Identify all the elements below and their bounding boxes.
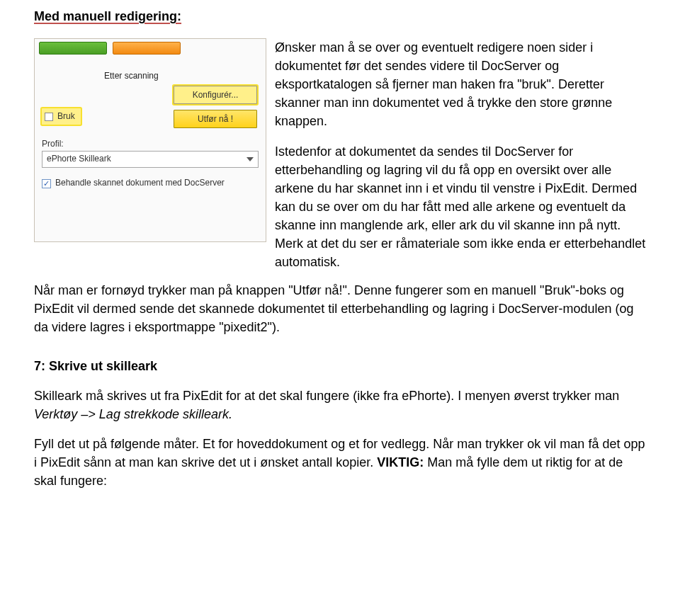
text-column: Ønsker man å se over og eventuelt redige… [275,38,646,271]
use-checkbox-label: Bruk [57,110,75,122]
heading-section-7: 7: Skrive ut skilleark [34,357,646,375]
paragraph-4-lead: Skilleark må skrives ut fra PixEdit for … [34,389,619,403]
use-checkbox[interactable] [45,113,53,121]
profile-label: Profil: [42,138,64,150]
use-checkbox-group[interactable]: Bruk [42,108,81,125]
chevron-down-icon [246,157,254,161]
docserver-checkbox-group[interactable]: ✓ Behandle skannet dokument med DocServe… [42,178,239,188]
paragraph-1: Ønsker man å se over og eventuelt redige… [275,38,646,130]
check-icon: ✓ [43,178,50,190]
paragraph-4: Skilleark må skrives ut fra PixEdit for … [34,387,646,423]
label-after-scanning: Etter scanning [104,70,159,82]
profile-select[interactable]: ePhorte Skilleark [42,151,259,168]
heading-manual-edit: Med manuell redigering: [34,7,646,25]
paragraph-2: Istedenfor at dokumentet da sendes til D… [275,142,646,272]
pixedit-panel: Etter scanning Konfigurér... Utfør nå ! … [34,38,266,242]
execute-now-button[interactable]: Utfør nå ! [174,110,257,128]
important-label: VIKTIG: [377,455,424,469]
paragraph-3: Når man er fornøyd trykker man på knappe… [34,281,646,336]
configure-button[interactable]: Konfigurér... [174,86,257,104]
profile-select-value: ePhorte Skilleark [47,153,111,165]
menu-path-text: Verktøy –> Lag strekkode skilleark. [34,407,232,421]
paragraph-5: Fyll det ut på følgende måter. Et for ho… [34,435,646,490]
scan-button[interactable] [39,42,107,55]
toolbar-top [35,42,266,60]
orange-button[interactable] [113,42,181,55]
docserver-checkbox-label: Behandle skannet dokument med DocServer [55,178,239,188]
docserver-checkbox[interactable]: ✓ [42,179,51,188]
screenshot-column: Etter scanning Konfigurér... Utfør nå ! … [34,38,266,271]
content-row: Etter scanning Konfigurér... Utfør nå ! … [34,38,646,271]
